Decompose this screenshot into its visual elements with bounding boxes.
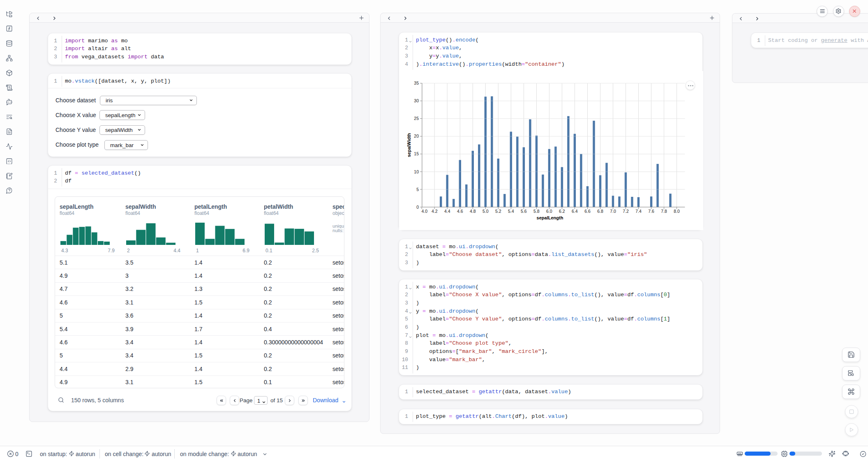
svg-text:0: 0 (416, 205, 419, 210)
svg-text:sepalLength: sepalLength (537, 215, 563, 220)
svg-text:10: 10 (414, 169, 419, 174)
svg-text:7.4: 7.4 (635, 209, 642, 214)
svg-text:15: 15 (414, 151, 419, 156)
svg-text:5: 5 (416, 187, 419, 192)
svg-text:25: 25 (414, 116, 419, 121)
svg-text:5.4: 5.4 (508, 209, 514, 214)
svg-text:20: 20 (414, 134, 419, 138)
svg-text:7.6: 7.6 (648, 209, 654, 214)
svg-text:5.2: 5.2 (495, 209, 501, 214)
svg-text:5.6: 5.6 (521, 209, 527, 214)
svg-text:6.8: 6.8 (597, 209, 603, 214)
svg-text:5.8: 5.8 (533, 209, 540, 214)
svg-text:sepalWidth: sepalWidth (406, 133, 411, 157)
svg-text:4.4: 4.4 (444, 209, 450, 214)
svg-text:8.0: 8.0 (674, 209, 680, 214)
svg-text:35: 35 (414, 81, 419, 85)
svg-text:6.0: 6.0 (546, 209, 552, 214)
svg-text:6.4: 6.4 (572, 209, 578, 214)
svg-text:4.0: 4.0 (421, 209, 427, 214)
svg-text:7.0: 7.0 (610, 209, 616, 214)
svg-text:6.2: 6.2 (559, 209, 565, 214)
svg-text:7.8: 7.8 (661, 209, 667, 214)
svg-text:4.8: 4.8 (470, 209, 476, 214)
svg-text:4.6: 4.6 (457, 209, 463, 214)
svg-text:4.2: 4.2 (432, 209, 438, 214)
svg-text:6.6: 6.6 (584, 209, 591, 214)
svg-text:5.0: 5.0 (482, 209, 489, 214)
svg-text:30: 30 (414, 98, 419, 103)
svg-text:7.2: 7.2 (623, 209, 629, 214)
